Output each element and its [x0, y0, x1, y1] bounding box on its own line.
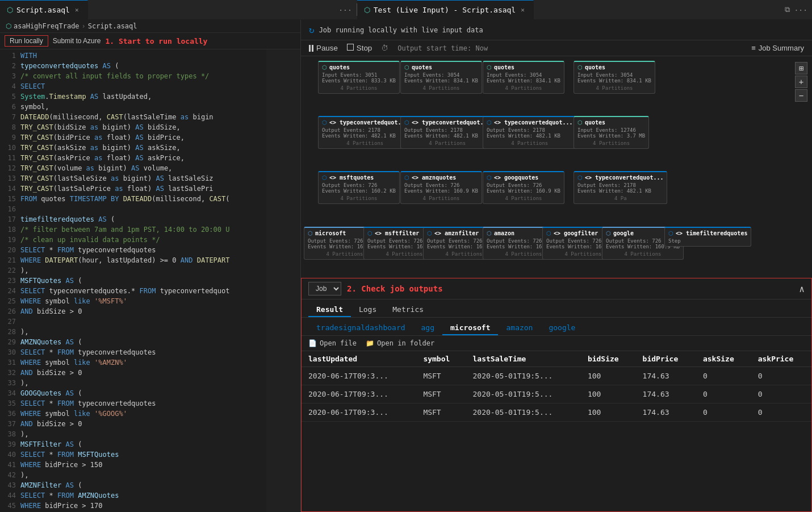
diagram-node-1[interactable]: ⬡ quotes Input Events: 3054 Events Writt… — [400, 61, 482, 94]
open-file-label: Open file — [320, 339, 357, 347]
code-line-20: SELECT * FROM typeconvertedquotes — [20, 245, 266, 255]
submit-to-azure-button[interactable]: Submit to Azure — [53, 37, 101, 45]
run-locally-button[interactable]: Run locally — [5, 35, 48, 47]
table-row: 2020-06-17T09:3...MSFT2020-05-01T19:5...… — [302, 367, 811, 385]
zoom-in-button[interactable]: + — [795, 76, 807, 88]
right-panel: ↻ Job running locally with live input da… — [301, 20, 812, 512]
main-tab-bar: ⬡ Script.asaql ✕ ··· ⬡ Test (Live Input)… — [0, 0, 812, 20]
cell-askSize: 0 — [696, 367, 751, 385]
more-icon: ··· — [794, 6, 807, 14]
step2-label: 2. Check job outputs — [347, 284, 443, 293]
cell-askSize: 0 — [696, 403, 751, 422]
layout-icon: ⧉ — [785, 5, 790, 14]
code-line-25: WHERE symbol like '%MSFT%' — [20, 296, 266, 306]
code-line-35: SELECT * FROM typeconvertedquotes — [20, 398, 266, 409]
diagram-node-11[interactable]: ⬡ <> typeconvertedquot... Output Events:… — [574, 171, 667, 204]
breadcrumb-item-0[interactable]: asaHighFreqTrade — [14, 22, 79, 30]
sub-tab-amazon[interactable]: amazon — [498, 321, 541, 335]
col-bidSize: bidSize — [581, 351, 636, 367]
code-line-26: AND bidSize > 0 — [20, 306, 266, 317]
tab-test-live[interactable]: ⬡ Test (Live Input) - Script.asaql ✕ — [357, 0, 534, 19]
test-file-icon: ⬡ — [364, 6, 370, 14]
diagram-node-0[interactable]: ⬡ quotes Input Events: 3051 Events Writt… — [318, 61, 400, 94]
open-folder-action[interactable]: 📁 Open in folder — [366, 339, 434, 347]
tab-more-left[interactable]: ··· — [334, 0, 356, 19]
diagram-node-8[interactable]: ⬡ <> msftquotes Output Events: 726 Event… — [318, 171, 400, 204]
diagram-node-3[interactable]: ⬡ quotes Input Events: 3054 Events Writt… — [574, 61, 655, 94]
pause-button[interactable]: Pause — [309, 44, 338, 52]
zoom-controls: ⊞ + − — [795, 62, 807, 102]
tab-label: Script.asaql — [16, 6, 70, 14]
code-line-42: ), — [20, 470, 266, 480]
editor-panel: ⬡ asaHighFreqTrade › Script.asaql Run lo… — [0, 20, 301, 512]
diagram-node-9[interactable]: ⬡ <> amznquotes Output Events: 726 Event… — [400, 171, 482, 204]
diagram-node-5[interactable]: ⬡ <> typeconvertedquot... Output Events:… — [400, 116, 494, 149]
cell-lastSaleTime: 2020-05-01T19:5... — [466, 403, 581, 422]
breadcrumb: ⬡ asaHighFreqTrade › Script.asaql — [0, 20, 300, 33]
sub-tab-agg[interactable]: agg — [413, 321, 442, 335]
sub-tab-tradesignal[interactable]: tradesignaldashboard — [308, 321, 413, 335]
stop-button[interactable]: Stop — [347, 44, 372, 52]
code-content[interactable]: WITH typeconvertedquotes AS ( /* convert… — [20, 49, 266, 512]
cell-bidPrice: 174.63 — [636, 403, 696, 422]
code-line-43: AMZNFilter AS ( — [20, 480, 266, 490]
diagram-container: ⬡ quotes Input Events: 3051 Events Writt… — [301, 56, 812, 278]
diagram-node-4[interactable]: ⬡ <> typeconvertedquot... Output Events:… — [318, 116, 412, 149]
code-line-9: TRY_CAST(bidPrice as float) AS bidPrice, — [20, 132, 266, 143]
diagram-node-6[interactable]: ⬡ <> typeconvertedquot... Output Events:… — [483, 116, 576, 149]
tab-more-right[interactable]: ⧉ ··· — [780, 0, 812, 19]
sub-tab-microsoft[interactable]: microsoft — [442, 321, 498, 335]
code-line-32: AND bidSize > 0 — [20, 368, 266, 378]
code-line-37: AND bidSize > 0 — [20, 419, 266, 429]
sub-tab-google[interactable]: google — [541, 321, 583, 335]
clock-icon: ⏱ — [381, 44, 388, 52]
diagram-area[interactable]: ⬡ quotes Input Events: 3051 Events Writt… — [301, 56, 812, 278]
code-line-8: TRY_CAST(bidSize as bigint) AS bidSize, — [20, 122, 266, 132]
cell-askPrice: 0 — [751, 403, 811, 422]
code-line-38: ), — [20, 429, 266, 439]
line-numbers: 1234567891011121314151617181920212223242… — [0, 49, 20, 512]
diagram-node-2[interactable]: ⬡ quotes Input Events: 3054 Events Writt… — [483, 61, 564, 94]
tab-script-asaql[interactable]: ⬡ Script.asaql ✕ — [0, 0, 88, 19]
code-line-2: typeconvertedquotes AS ( — [20, 61, 266, 71]
open-folder-label: Open in folder — [377, 339, 434, 347]
pause-icon — [309, 45, 313, 52]
job-summary-button[interactable]: ≡ Job Summary — [751, 44, 804, 52]
diagram-node-7[interactable]: ⬡ quotes Input Events: 12746 Events Writ… — [574, 116, 649, 149]
job-dropdown[interactable]: Job — [308, 282, 341, 295]
code-line-27 — [20, 317, 266, 327]
code-line-3: /* convert all input fields to proper ty… — [20, 71, 266, 81]
col-bidPrice: bidPrice — [636, 351, 696, 367]
breadcrumb-item-1[interactable]: Script.asaql — [88, 22, 137, 30]
zoom-out-button[interactable]: − — [795, 89, 807, 102]
table-row: 2020-06-17T09:3...MSFT2020-05-01T19:5...… — [302, 403, 811, 422]
minimap — [266, 49, 300, 512]
diagram-node-18[interactable]: ⬡ <> timefilteredquotes Step — [664, 227, 751, 247]
code-line-16 — [20, 204, 266, 214]
output-header: Job 2. Check job outputs ∧ — [302, 278, 811, 299]
code-line-23: MSFTQuotes AS ( — [20, 276, 266, 286]
open-file-action[interactable]: 📄 Open file — [308, 339, 357, 347]
tab-close-script[interactable]: ✕ — [73, 5, 81, 15]
cell-bidSize: 100 — [581, 367, 636, 385]
cell-bidSize: 100 — [581, 403, 636, 422]
code-line-33: ), — [20, 378, 266, 388]
tab-result[interactable]: Result — [308, 303, 351, 317]
tab-logs[interactable]: Logs — [351, 303, 384, 317]
diagram-node-10[interactable]: ⬡ <> googquotes Output Events: 726 Event… — [483, 171, 564, 204]
cell-symbol: MSFT — [416, 367, 466, 385]
cell-bidPrice: 174.63 — [636, 385, 696, 403]
output-panel: Job 2. Check job outputs ∧ Result Logs M… — [301, 278, 812, 512]
cell-lastSaleTime: 2020-05-01T19:5... — [466, 367, 581, 385]
collapse-button[interactable]: ∧ — [799, 284, 805, 294]
tab-metrics[interactable]: Metrics — [384, 303, 432, 317]
code-line-24: SELECT typeconvertedquotes.* FROM typeco… — [20, 286, 266, 296]
pause-label: Pause — [316, 44, 338, 52]
tab-close-test[interactable]: ✕ — [519, 5, 526, 15]
col-symbol: symbol — [416, 351, 466, 367]
code-editor[interactable]: 1234567891011121314151617181920212223242… — [0, 49, 300, 512]
code-line-14: TRY_CAST(lastSalePrice as float) AS last… — [20, 184, 266, 194]
code-line-6: symbol, — [20, 102, 266, 112]
zoom-fit-button[interactable]: ⊞ — [795, 62, 807, 74]
file-icon: 📄 — [308, 339, 317, 347]
